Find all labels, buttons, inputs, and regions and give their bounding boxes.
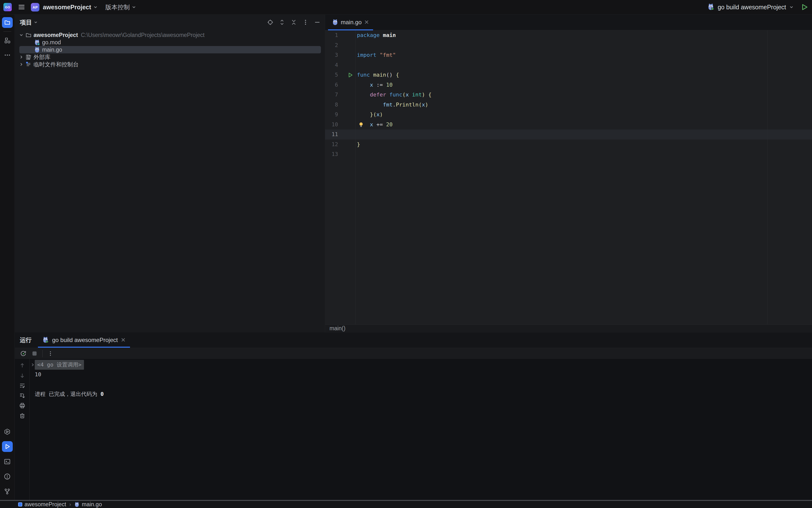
close-tab-icon[interactable]: ✕ <box>364 19 369 25</box>
editor-tab-main-go[interactable]: main.go ✕ <box>328 14 373 30</box>
code-text <box>355 40 357 50</box>
rerun-icon[interactable] <box>20 350 27 357</box>
print-icon[interactable] <box>19 403 26 409</box>
line-number[interactable]: 1 <box>325 30 355 40</box>
chevron-right-icon[interactable] <box>18 54 24 59</box>
more-options-kebab-icon[interactable] <box>47 350 53 356</box>
logo-text: GO <box>5 5 10 9</box>
line-number[interactable]: 7 <box>325 90 355 100</box>
breadcrumb-item[interactable]: main() <box>330 325 345 332</box>
problems-tool-window-button[interactable] <box>2 471 13 482</box>
line-number[interactable]: 3 <box>325 50 355 60</box>
version-control-tool-window-button[interactable] <box>2 486 13 497</box>
run-tool-window-button[interactable] <box>2 441 13 452</box>
line-number[interactable]: 11 <box>325 129 355 139</box>
console-line-4: 进程 已完成，退出代码为 0 <box>30 389 812 399</box>
run-button[interactable] <box>801 4 808 10</box>
line-number[interactable]: 9 <box>325 110 355 120</box>
editor-tab-label: main.go <box>341 19 361 26</box>
status-file-label: main.go <box>82 501 102 508</box>
hide-tool-window-icon[interactable] <box>314 19 320 26</box>
line-number[interactable]: 8 <box>325 100 355 110</box>
expand-fold-icon[interactable] <box>30 363 35 367</box>
close-tab-icon[interactable]: ✕ <box>121 337 126 343</box>
project-icon <box>18 502 22 507</box>
line-number[interactable]: 2 <box>325 40 355 50</box>
tree-item-main-go[interactable]: main.go <box>15 46 325 53</box>
run-gutter-icon[interactable] <box>348 72 353 78</box>
console-output[interactable]: <4 go 设置调用>10进程 已完成，退出代码为 0 <box>30 359 812 399</box>
tree-item-awesomeProject[interactable]: awesomeProjectC:\Users\meowr\GolandProje… <box>15 31 325 39</box>
code-line-5: 5func main() { <box>325 70 812 80</box>
project-panel-title[interactable]: 项目 <box>20 18 38 27</box>
folder-icon <box>4 19 10 26</box>
run-console: <4 go 设置调用>10进程 已完成，退出代码为 0 <box>15 359 812 500</box>
code-editor[interactable]: 1package main23import "fmt"45func main()… <box>325 30 812 324</box>
main-menu-icon[interactable] <box>18 4 25 10</box>
run-config-selector[interactable]: go build awesomeProject <box>708 3 794 11</box>
status-breadcrumb[interactable]: awesomeProject › main.go <box>18 501 102 508</box>
prev-occurrence-icon <box>19 362 26 369</box>
code-line-7: 7 defer func(x int) { <box>325 90 812 100</box>
services-tool-window-button[interactable] <box>2 426 13 437</box>
status-project-label: awesomeProject <box>25 501 66 508</box>
code-text: func main() { <box>355 70 399 80</box>
code-line-3: 3import "fmt" <box>325 50 812 60</box>
project-panel-header: 项目 <box>15 15 325 30</box>
menu-version-control[interactable]: 版本控制 <box>105 3 136 11</box>
project-selector[interactable]: awesomeProject <box>43 4 98 11</box>
editor-tab-bar: main.go ✕ <box>325 15 812 30</box>
library-icon <box>26 54 32 60</box>
structure-tool-window-button[interactable] <box>2 35 13 46</box>
line-number[interactable]: 10 <box>325 120 355 130</box>
tool-window-stripe <box>0 14 15 500</box>
code-text: }(x) <box>355 110 383 120</box>
line-number[interactable]: 4 <box>325 60 355 70</box>
code-line-10: 10 x += 20 <box>325 120 812 130</box>
chevron-right-icon[interactable] <box>18 62 24 67</box>
clear-all-icon[interactable] <box>19 413 26 419</box>
run-panel-title: 运行 <box>20 336 32 344</box>
line-number[interactable]: 6 <box>325 80 355 90</box>
tree-item-外部库[interactable]: 外部库 <box>15 53 325 61</box>
tree-item-path: C:\Users\meowr\GolandProjects\awesomePro… <box>81 32 205 38</box>
code-text: defer func(x int) { <box>355 90 432 100</box>
tree-item-临时文件和控制台[interactable]: 临时文件和控制台 <box>15 61 325 68</box>
folder-icon <box>26 32 32 38</box>
code-line-4: 4 <box>325 60 812 70</box>
project-tool-window-button[interactable] <box>2 17 13 28</box>
go-file-icon <box>74 502 80 507</box>
chevron-down-icon[interactable] <box>18 33 24 37</box>
line-number[interactable]: 13 <box>325 149 355 159</box>
collapse-all-icon[interactable] <box>291 19 297 26</box>
code-line-13: 13 <box>325 149 812 159</box>
terminal-tool-window-button[interactable] <box>2 456 13 467</box>
code-text: x := 10 <box>355 80 393 90</box>
tree-item-go-mod[interactable]: go.mod <box>15 39 325 46</box>
more-tool-windows-button[interactable] <box>2 50 13 60</box>
line-number[interactable]: 12 <box>325 139 355 150</box>
run-toolbar <box>15 348 812 359</box>
run-tab-go-build[interactable]: go build awesomeProject ✕ <box>38 333 130 348</box>
intention-bulb-icon[interactable] <box>358 122 364 128</box>
options-kebab-icon[interactable] <box>302 19 309 26</box>
scroll-to-end-icon[interactable] <box>19 392 26 399</box>
editor-breadcrumbs[interactable]: main() <box>325 324 812 332</box>
stop-icon <box>32 350 37 356</box>
status-bar: awesomeProject › main.go <box>0 501 812 508</box>
gutter-separator <box>355 30 355 324</box>
expand-all-icon[interactable] <box>279 19 285 26</box>
project-selector-label: awesomeProject <box>43 4 91 11</box>
scratch-icon <box>26 61 32 68</box>
next-occurrence-icon <box>19 372 26 379</box>
select-opened-file-icon[interactable] <box>267 19 273 26</box>
tree-item-label: awesomeProject <box>34 32 78 38</box>
folded-command[interactable]: <4 go 设置调用> <box>35 360 84 370</box>
chevron-down-icon <box>789 5 794 9</box>
code-line-11: 11 <box>325 129 812 139</box>
run-tool-window: 运行 go build awesomeProject ✕ <box>15 333 812 500</box>
go-run-tab-icon <box>42 337 49 343</box>
soft-wrap-icon[interactable] <box>19 382 26 389</box>
go-run-config-icon <box>708 3 715 11</box>
tree-item-label: main.go <box>42 46 62 53</box>
